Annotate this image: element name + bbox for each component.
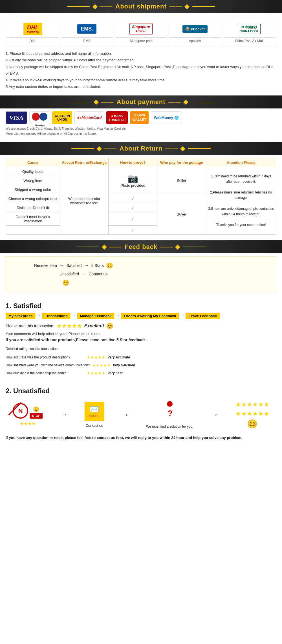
- arrow-unsat-3: →: [210, 410, 218, 419]
- western-union-logo: WESTERNUNION: [52, 111, 72, 124]
- unsatisfied-flow-text: Unsatisfied: [34, 272, 79, 276]
- rating-row-3: How quickly did the seller ship the item…: [6, 369, 276, 377]
- cause-dislike: Dislike or Doesn't fit: [6, 203, 60, 212]
- arrow-unsat-2: →: [121, 410, 129, 419]
- satisfied-text: Satisfied: [67, 263, 82, 268]
- return-title: About Return: [120, 145, 163, 152]
- prove-photo: 📷 Photo provided: [109, 167, 157, 194]
- prove-slash-4: /: [109, 225, 157, 234]
- step-manage-feedback: Manage Feedback: [77, 313, 114, 319]
- payment-section: ◆ —— About payment —— ◆ VISA Maestro WES…: [0, 95, 282, 142]
- rating-label-2: How satisfied were you with the seller's…: [6, 362, 90, 369]
- detailed-title: Detailed ratings on this transaction: [6, 345, 276, 352]
- table-row: Quality Issue We accept returnfor wahtev…: [6, 167, 276, 176]
- postage-buyer: Buyer: [157, 194, 206, 234]
- unsatisfied-flow: N 😟 STOP ★★★★ →: [6, 401, 276, 429]
- payment-header: ◆ —— About payment —— ◆: [0, 95, 282, 108]
- rate-stars: ★★★★★: [57, 323, 82, 329]
- satisfied-content: 1. Satisfied My aliexpress → Transaction…: [0, 302, 282, 383]
- bank-transfer-logo: ≡ BANKTRANSFER: [106, 111, 128, 124]
- detailed-ratings: Detailed ratings on this transaction How…: [6, 345, 276, 377]
- excellent-text: Excellent: [84, 323, 104, 328]
- payment-logos: VISA Maestro WESTERNUNION ●● MasterCard …: [6, 111, 276, 124]
- unsatisfied-content: 2. Unsatisfied N 😟 STOP: [0, 387, 282, 449]
- attention-cell: 1.Item need to be returned within 7 days…: [206, 167, 276, 234]
- th-accept: Accept Retrn orExchange: [60, 158, 109, 167]
- shipment-note-1: 1. Please fill out the correct address a…: [6, 50, 276, 57]
- rating-label-3: How quickly did the seller ship the item…: [6, 370, 85, 377]
- carrier-dhl: DHLEXPRESS DHL: [6, 20, 60, 44]
- return-content: Cause Accept Retrn orExchange How to pro…: [0, 158, 282, 240]
- result-stars-2: ★★★★★★: [235, 410, 269, 418]
- no-left-group: N 😟 STOP: [13, 403, 43, 419]
- sad-emoji: 😟: [34, 279, 69, 286]
- webmoney-logo: WebMoney 🌐: [151, 111, 182, 124]
- prove-slash-2: /: [109, 203, 157, 212]
- chinapost-label: China Post Air Mail: [224, 37, 275, 43]
- payment-note-2: More payment options will be available o…: [6, 131, 276, 136]
- rating-row-2: How satisfied were you with the seller's…: [6, 361, 276, 369]
- payment-note: We are accept Credit Card, Alipay, Bank …: [6, 126, 276, 136]
- feedback-header: ◆ —— Feed back —— ◆: [0, 240, 282, 253]
- unsatisfied-title: 2. Unsatisfied: [6, 387, 276, 395]
- mastercard-logo: ●● MasterCard: [74, 111, 104, 124]
- flow-row-emoji: 😟: [34, 279, 69, 286]
- rating-desc-1: Very Accurate: [107, 354, 130, 361]
- camera-icon: 📷: [110, 173, 155, 183]
- no-circle: N: [13, 403, 28, 419]
- unsatisfied-section: 2. Unsatisfied N 😟 STOP: [0, 387, 282, 449]
- epacket-logo: 📦 ePacket: [169, 22, 221, 36]
- stop-wrapper: 😟 STOP: [30, 406, 43, 419]
- qiwi-logo: Q QIWIWALLET: [130, 111, 148, 124]
- maestro-logo: Maestro: [29, 111, 50, 124]
- rate-row: Please rate this transaction: ★★★★★ Exce…: [6, 323, 276, 329]
- positive-text: If you are satisfied with our products,P…: [6, 338, 276, 342]
- final-note: If you have any question or need, please…: [6, 435, 276, 441]
- rating-stars-2: ★★★★★: [92, 361, 111, 369]
- header-deco-right: —— ◆: [169, 3, 190, 10]
- payment-deco-right: —— ◆: [168, 98, 188, 106]
- question-person-icon: ?: [161, 401, 178, 423]
- carrier-singapore: SingaporePOST Singapore post: [114, 20, 168, 44]
- flow-row-satisfied: Receive item → Satisfied → 5 Stars 😊: [34, 262, 113, 269]
- header-deco-left: ◆ ——: [92, 3, 113, 10]
- result-smile: 😊: [247, 419, 257, 429]
- accept-text: We accept returnfor wahtever reason!: [68, 197, 100, 205]
- rating-row-1: How accurate was the product description…: [6, 353, 276, 361]
- email-label: EMAIL: [89, 414, 100, 418]
- step-transactions: Transactions: [42, 313, 70, 319]
- arrow-unsat-1: →: [60, 410, 67, 419]
- shipment-note-4: 4. It takes about 25-50 working days to …: [6, 77, 276, 83]
- contact-us-text: Contact us: [89, 272, 107, 276]
- th-postage: Who pay for the postage: [157, 158, 206, 167]
- chinapost-logo: ✉ 中国邮政CHINA POST: [224, 22, 275, 36]
- step-my-aliexpress: My aliexpress: [6, 313, 35, 319]
- return-header: ◆ —— About Return —— ◆: [0, 142, 282, 155]
- shipment-notes: 1. Please fill out the correct address a…: [6, 50, 276, 90]
- rating-label-1: How accurate was the product description…: [6, 354, 85, 361]
- feedback-deco-right: —— ◆: [160, 243, 180, 251]
- no-label: N: [18, 407, 23, 415]
- contact-item: ✉️ EMAIL Contact us: [85, 402, 104, 428]
- carrier-chinapost: ✉ 中国邮政CHINA POST China Post Air Mail: [222, 20, 276, 44]
- step-arrow-1: →: [36, 313, 41, 318]
- feedback-deco-left: ◆ ——: [102, 243, 122, 251]
- steps-flow: My aliexpress → Transactions → Manage Fe…: [6, 313, 276, 319]
- prove-slash-3: /: [109, 212, 157, 225]
- svg-text:?: ?: [168, 408, 173, 418]
- flow-row-unsatisfied: Unsatisfied → Contact us: [34, 271, 107, 277]
- dhl-label: DHL: [7, 37, 58, 43]
- arrow-2: →: [84, 262, 89, 268]
- shipment-title: About shipment: [115, 3, 166, 10]
- dhl-logo: DHLEXPRESS: [7, 22, 58, 36]
- feedback-content: Receive item → Satisfied → 5 Stars 😊 Uns…: [0, 256, 282, 298]
- feedback-title: Feed back: [125, 243, 158, 251]
- ems-label: EMS: [61, 37, 113, 43]
- postage-seller: Seller: [157, 167, 206, 194]
- shipment-note-2: 2.Usually the order will be shipped with…: [6, 57, 276, 63]
- comments-text: Your comments will help other buyers! Pl…: [6, 332, 276, 336]
- cause-quality: Quality Issue: [6, 167, 60, 176]
- step-leave-feedback: Leave Feedback: [186, 313, 219, 319]
- cause-doesnt-meet: Doesn't meet buyer's imagination: [6, 212, 60, 225]
- rating-stars-3: ★★★★★: [87, 369, 105, 377]
